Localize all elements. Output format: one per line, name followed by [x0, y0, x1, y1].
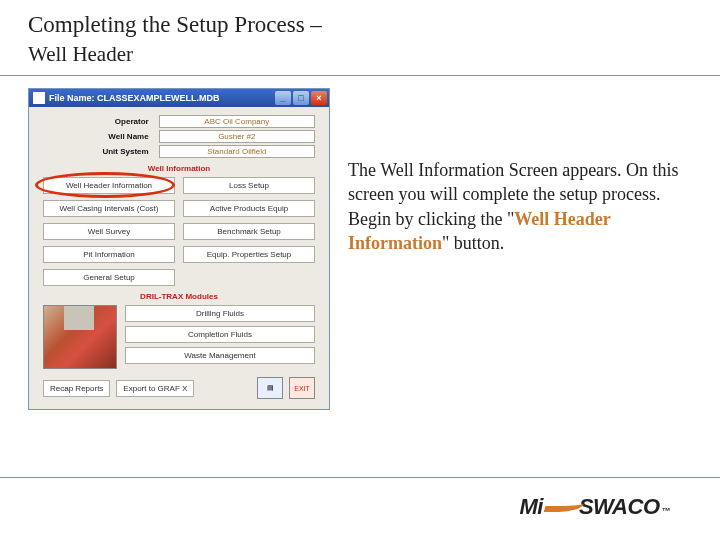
- completion-fluids-button[interactable]: Completion Fluids: [125, 326, 315, 343]
- pit-information-button[interactable]: Pit Information: [43, 246, 175, 263]
- well-header-fields: Operator ABC Oil Company Well Name Gushe…: [43, 115, 315, 158]
- general-setup-button[interactable]: General Setup: [43, 269, 175, 286]
- slide-subtitle: Well Header: [0, 42, 720, 75]
- exit-icon[interactable]: EXIT: [289, 377, 315, 399]
- unitsystem-label: Unit System: [43, 145, 155, 158]
- window-controls: _ □ ×: [275, 91, 327, 105]
- divider-bottom: [0, 477, 720, 478]
- titlebar-text: File Name: CLASSEXAMPLEWELL.MDB: [49, 93, 275, 103]
- equip-properties-setup-button[interactable]: Equip. Properties Setup: [183, 246, 315, 263]
- drilling-fluids-button[interactable]: Drilling Fluids: [125, 305, 315, 322]
- divider-top: [0, 75, 720, 76]
- export-grafx-button[interactable]: Export to GRAF X: [116, 380, 194, 397]
- wellname-value: Gusher #2: [159, 130, 315, 143]
- logo-part2: SWACO: [579, 494, 660, 520]
- titlebar-prefix: File Name:: [49, 93, 95, 103]
- logo-trademark: ™: [662, 506, 671, 516]
- modules-row: Drilling Fluids Completion Fluids Waste …: [43, 305, 315, 369]
- minimize-button[interactable]: _: [275, 91, 291, 105]
- active-products-equip-button[interactable]: Active Products Equip: [183, 200, 315, 217]
- chart-icon[interactable]: ▤: [257, 377, 283, 399]
- well-survey-button[interactable]: Well Survey: [43, 223, 175, 240]
- modules-section-header: DRIL-TRAX Modules: [29, 292, 329, 301]
- content-row: File Name: CLASSEXAMPLEWELL.MDB _ □ × Op…: [0, 88, 720, 410]
- maximize-button[interactable]: □: [293, 91, 309, 105]
- well-info-button-grid: Well Header Information Loss Setup Well …: [43, 177, 315, 286]
- unitsystem-value: Standard Oilfield: [159, 145, 315, 158]
- miswaco-logo: Mi SWACO ™: [519, 494, 670, 520]
- rig-photo: [43, 305, 117, 369]
- slide-title: Completing the Setup Process –: [0, 0, 720, 42]
- operator-label: Operator: [43, 115, 155, 128]
- app-icon: [33, 92, 45, 104]
- instruction-text: The Well Information Screen appears. On …: [348, 88, 700, 410]
- instruction-part2: " button.: [442, 233, 504, 253]
- module-list: Drilling Fluids Completion Fluids Waste …: [125, 305, 315, 369]
- titlebar-filename: CLASSEXAMPLEWELL.MDB: [97, 93, 220, 103]
- logo-part1: Mi: [519, 494, 542, 520]
- operator-value: ABC Oil Company: [159, 115, 315, 128]
- well-casing-intervals-button[interactable]: Well Casing Intervals (Cost): [43, 200, 175, 217]
- loss-setup-button[interactable]: Loss Setup: [183, 177, 315, 194]
- bottom-button-row: Recap Reports Export to GRAF X ▤ EXIT: [43, 377, 315, 399]
- wellname-label: Well Name: [43, 130, 155, 143]
- well-info-section-header: Well Information: [29, 164, 329, 173]
- app-window: File Name: CLASSEXAMPLEWELL.MDB _ □ × Op…: [28, 88, 330, 410]
- close-button[interactable]: ×: [311, 91, 327, 105]
- titlebar: File Name: CLASSEXAMPLEWELL.MDB _ □ ×: [29, 89, 329, 107]
- well-header-information-button[interactable]: Well Header Information: [43, 177, 175, 194]
- waste-management-button[interactable]: Waste Management: [125, 347, 315, 364]
- recap-reports-button[interactable]: Recap Reports: [43, 380, 110, 397]
- benchmark-setup-button[interactable]: Benchmark Setup: [183, 223, 315, 240]
